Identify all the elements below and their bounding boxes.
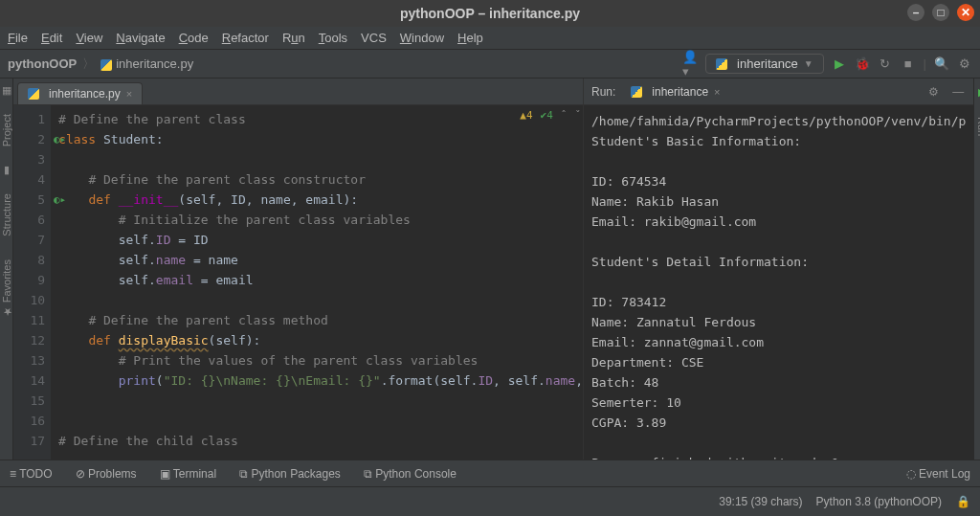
run-tool-header: Run: inheritance × ⚙ — xyxy=(584,79,973,105)
status-bar: 39:15 (39 chars) Python 3.8 (pythonOOP) … xyxy=(0,486,980,516)
menu-help[interactable]: Help xyxy=(457,31,483,45)
inspections-widget[interactable]: ▲4 ✔4 ˆ ˇ xyxy=(520,109,581,122)
main-area: ▦ Project ▮ Structure ★ Favorites inheri… xyxy=(0,79,980,460)
run-strip-icon[interactable]: ▶ xyxy=(974,84,980,100)
run-output[interactable]: /home/fahmida/PycharmProjects/pythonOOP/… xyxy=(584,105,973,460)
menu-refactor[interactable]: Refactor xyxy=(222,31,269,45)
event-log-button[interactable]: ◌ Event Log xyxy=(906,467,970,481)
settings-button[interactable]: ⚙ xyxy=(957,56,972,72)
menu-vcs[interactable]: VCS xyxy=(361,31,387,45)
folder-icon[interactable]: ▮ xyxy=(4,164,10,176)
breadcrumb-project[interactable]: pythonOOP xyxy=(8,56,77,71)
menu-tools[interactable]: Tools xyxy=(319,31,347,45)
user-dropdown-icon[interactable]: 👤▾ xyxy=(682,56,698,72)
python-console-tool-tab[interactable]: ⧉ Python Console xyxy=(364,467,457,481)
menu-view[interactable]: View xyxy=(76,31,102,45)
editor-tab-label: inheritance.py xyxy=(49,87,121,101)
window-minimize-button[interactable]: – xyxy=(907,4,924,21)
python-packages-tool-tab[interactable]: ⧉ Python Packages xyxy=(239,467,341,481)
favorites-tool-tab[interactable]: ★ Favorites xyxy=(0,254,12,324)
menu-run[interactable]: Run xyxy=(282,31,305,45)
run-tool-label: Run: xyxy=(591,85,615,99)
run-gutter-icon[interactable]: ◐▸ xyxy=(54,129,66,149)
editor-body[interactable]: 1 2 3 4 5 6 7 8 9 10 11 12 13 14 15 16 1… xyxy=(13,105,583,460)
run-tab-label: inheritance xyxy=(652,85,708,99)
left-tool-strip: ▦ Project ▮ Structure ★ Favorites xyxy=(0,79,13,460)
chevron-down-icon: ▼ xyxy=(804,58,813,69)
editor-gutter: 1 2 3 4 5 6 7 8 9 10 11 12 13 14 15 16 1… xyxy=(13,105,51,460)
editor-tab-inheritance[interactable]: inheritance.py × xyxy=(17,82,143,104)
search-everywhere-button[interactable]: 🔍 xyxy=(934,56,949,72)
breadcrumb: pythonOOP 〉 inheritance.py xyxy=(8,56,193,73)
project-tool-icon[interactable]: ▦ xyxy=(2,84,11,97)
window-title: pythonOOP – inheritance.py xyxy=(400,6,580,21)
python-file-icon xyxy=(100,59,112,71)
todo-tool-tab[interactable]: ≡ TODO xyxy=(10,467,53,481)
bottom-tool-tabs: ≡ TODO ⊘ Problems ▣ Terminal ⧉ Python Pa… xyxy=(0,460,980,486)
breadcrumb-file[interactable]: inheritance.py xyxy=(100,56,193,71)
menu-code[interactable]: Code xyxy=(179,31,209,45)
python-icon xyxy=(716,58,727,70)
structure-tool-tab[interactable]: Structure xyxy=(1,188,12,242)
problems-tool-tab[interactable]: ⊘ Problems xyxy=(76,467,137,481)
python-interpreter[interactable]: Python 3.8 (pythonOOP) xyxy=(816,495,942,508)
navigation-bar: pythonOOP 〉 inheritance.py 👤▾ inheritanc… xyxy=(0,50,980,79)
stop-button[interactable]: ■ xyxy=(901,56,916,72)
menubar: File Edit View Navigate Code Refactor Ru… xyxy=(0,27,980,50)
window-maximize-button[interactable]: □ xyxy=(932,4,949,21)
python-file-icon xyxy=(28,88,39,100)
menu-file[interactable]: File xyxy=(8,31,28,45)
menu-window[interactable]: Window xyxy=(400,31,444,45)
debug-button[interactable]: 🐞 xyxy=(855,56,870,72)
window-close-button[interactable]: ✕ xyxy=(957,4,974,21)
menu-navigate[interactable]: Navigate xyxy=(116,31,165,45)
run-config-name: inheritance xyxy=(737,56,798,71)
run-config-selector[interactable]: inheritance ▼ xyxy=(705,54,824,74)
right-tool-strip: ▶ Run xyxy=(973,79,980,460)
editor-panel: inheritance.py × 1 2 3 4 5 6 7 8 9 10 11… xyxy=(13,79,584,460)
run-settings-icon[interactable]: ⚙ xyxy=(925,84,941,100)
minimize-tool-icon[interactable]: — xyxy=(950,84,966,100)
window-titlebar: pythonOOP – inheritance.py – □ ✕ xyxy=(0,0,980,27)
code-area[interactable]: # Define the parent class class Student:… xyxy=(51,105,583,460)
lock-icon[interactable]: 🔒 xyxy=(955,494,970,509)
python-icon xyxy=(631,86,642,98)
editor-tabs: inheritance.py × xyxy=(13,79,583,105)
menu-edit[interactable]: Edit xyxy=(41,31,62,45)
rerun-button[interactable]: ↻ xyxy=(878,56,893,72)
run-button[interactable]: ▶ xyxy=(832,56,847,72)
terminal-tool-tab[interactable]: ▣ Terminal xyxy=(160,467,216,481)
close-icon[interactable]: × xyxy=(126,88,132,100)
project-tool-tab[interactable]: Project xyxy=(1,108,12,152)
run-tool-window: Run: inheritance × ⚙ — /home/fahmida/Pyc… xyxy=(584,79,973,460)
run-gutter-icon[interactable]: ◐▸ xyxy=(54,190,66,210)
run-tab-inheritance[interactable]: inheritance × xyxy=(625,81,725,102)
close-icon[interactable]: × xyxy=(714,86,720,98)
caret-position[interactable]: 39:15 (39 chars) xyxy=(719,495,802,508)
run-tool-tab[interactable]: Run xyxy=(976,111,980,142)
